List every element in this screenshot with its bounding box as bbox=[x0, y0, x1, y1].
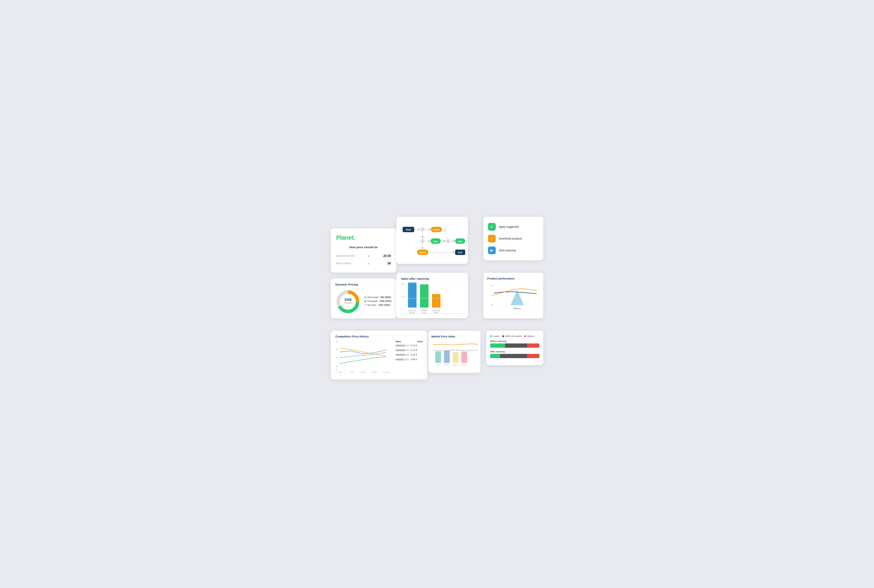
new-price-card: Planet. New price should be MINIMUM MARG… bbox=[331, 228, 396, 273]
donut-content: 3345 Products Decreased 562 (26%) Increa… bbox=[335, 289, 392, 314]
comp-row-3: 5.16 € bbox=[396, 354, 423, 356]
legend-decreased: Decreased 562 (26%) bbox=[364, 296, 391, 298]
competitors-card: Competitors Price History 40 30 20 10 0 bbox=[331, 331, 427, 380]
comp-bar-fill-2 bbox=[396, 349, 405, 351]
comp-row-2: 5.13 € bbox=[396, 349, 423, 352]
comp-table-header: Store Price bbox=[396, 340, 423, 343]
comp-bar-fill-3 bbox=[396, 354, 405, 356]
logo-text: Planet bbox=[336, 234, 354, 241]
comp-row-4: 4.69 € bbox=[396, 358, 423, 361]
dot-lowest bbox=[490, 335, 492, 337]
sales-card: Sales after repricing 4 % 2 % 0 Expected… bbox=[396, 273, 468, 318]
legend-increased: Increased 1542 (41%) bbox=[364, 300, 391, 303]
comp-bar-fill-1 bbox=[396, 345, 405, 346]
comp-price-2: 5.13 € bbox=[411, 349, 417, 352]
market-title: Market Price Index bbox=[432, 335, 477, 338]
legend-value-decreased: 562 (26%) bbox=[381, 296, 391, 298]
comp-bar-bg-2 bbox=[396, 349, 409, 351]
after-seg-lowest bbox=[490, 354, 500, 358]
svg-marker-16 bbox=[445, 238, 451, 244]
donut-title: Dynamic Pricing bbox=[335, 283, 392, 286]
action-reprice[interactable]: ▶ Start repricing bbox=[488, 244, 539, 256]
svg-text:Me: Me bbox=[437, 364, 439, 366]
donut-svg: 3345 Products bbox=[335, 289, 360, 314]
reprice-icon: ▶ bbox=[488, 246, 496, 254]
svg-rect-59 bbox=[435, 351, 441, 363]
svg-rect-62 bbox=[461, 352, 467, 363]
comp-bar-bg-1 bbox=[396, 345, 409, 346]
apply-icon: ✓ bbox=[488, 223, 496, 231]
repr-legend: Lowest Within the market Highest bbox=[490, 335, 540, 337]
before-seg-highest bbox=[527, 344, 540, 348]
action-download[interactable]: ↓ Download products bbox=[488, 233, 539, 244]
svg-marker-11 bbox=[420, 238, 425, 244]
after-label: After repricing bbox=[490, 350, 540, 353]
repricing-card: Lowest Within the market Highest Before … bbox=[486, 331, 543, 365]
svg-text:7 May: 7 May bbox=[349, 371, 354, 373]
svg-text:30: 30 bbox=[336, 348, 338, 350]
svg-text:20: 20 bbox=[336, 357, 338, 359]
label-highest: Highest bbox=[527, 335, 534, 337]
comp-body: 40 30 20 10 0 6 Ma bbox=[335, 340, 423, 375]
legend-dot-increased bbox=[364, 300, 366, 302]
svg-rect-60 bbox=[444, 350, 450, 363]
legend-value-notsync: 1241 (33%) bbox=[378, 304, 390, 306]
apply-label: Apply suggested bbox=[499, 225, 519, 228]
flow-card: Start option bbox=[396, 217, 468, 264]
comp-table: Store Price 5.10 € 5.13 € 5.16 € 4 bbox=[396, 340, 423, 375]
legend-label-increased: Increased bbox=[367, 300, 378, 303]
comp-row-1: 5.10 € bbox=[396, 344, 423, 347]
reprice-label: Start repricing bbox=[499, 249, 516, 252]
price-label-ending: PRICE ENDING bbox=[336, 262, 351, 265]
perf-title: Product performance bbox=[487, 277, 540, 280]
svg-text:Products: Products bbox=[344, 302, 352, 304]
download-label: Download products bbox=[499, 237, 522, 240]
comp-bar-bg-4 bbox=[396, 358, 409, 360]
svg-text:Store 1: Store 1 bbox=[444, 364, 450, 366]
svg-text:logic: logic bbox=[433, 240, 438, 242]
donut-wrap: 3345 Products bbox=[335, 289, 360, 314]
flow-svg: Start option bbox=[401, 221, 465, 260]
svg-text:End: End bbox=[458, 251, 463, 254]
logo-dot: . bbox=[354, 234, 355, 241]
dot-highest bbox=[524, 335, 526, 337]
dot-within bbox=[502, 335, 504, 337]
comp-header-price: Price bbox=[417, 340, 423, 343]
price-label-margin: MINIMUM MARGIN bbox=[336, 255, 354, 257]
price-card-title: New price should be bbox=[336, 246, 391, 249]
svg-text:0: 0 bbox=[336, 369, 337, 370]
before-label: Before repricing bbox=[490, 340, 540, 342]
price-unit-ending: € bbox=[368, 262, 370, 265]
price-value-ending: .90 bbox=[387, 262, 391, 265]
sales-title: Sales after repricing bbox=[401, 277, 463, 280]
price-row-margin: MINIMUM MARGIN % 20.00 bbox=[336, 252, 391, 260]
market-svg: Me Store 1 Store 2 Store 3 bbox=[432, 341, 478, 368]
svg-text:8 May: 8 May bbox=[360, 371, 365, 373]
after-seg-within bbox=[500, 354, 527, 358]
svg-text:Start: Start bbox=[406, 228, 411, 231]
svg-text:Store 3: Store 3 bbox=[461, 364, 467, 366]
legend-notsync: Not sync 1241 (33%) bbox=[364, 304, 391, 306]
comp-bar-bg-3 bbox=[396, 354, 409, 356]
legend-dot-decreased bbox=[364, 297, 366, 298]
svg-text:40: 40 bbox=[336, 341, 338, 343]
actions-card: ✓ Apply suggested ↓ Download products ▶ … bbox=[483, 217, 543, 260]
svg-text:50: 50 bbox=[491, 285, 493, 286]
comp-price-1: 5.10 € bbox=[411, 344, 417, 347]
gridlines-svg bbox=[401, 283, 463, 314]
svg-text:10 May: 10 May bbox=[383, 371, 389, 373]
action-apply[interactable]: ✓ Apply suggested bbox=[488, 221, 539, 233]
product-perf-card: Product performance 50 40 30 Reprice bbox=[483, 273, 543, 318]
svg-marker-3 bbox=[420, 227, 425, 232]
svg-point-31 bbox=[340, 294, 355, 309]
svg-text:3345: 3345 bbox=[344, 298, 352, 302]
legend-dot-notsync bbox=[364, 304, 366, 306]
svg-text:option: option bbox=[420, 251, 426, 254]
dashboard: Planet. New price should be MINIMUM MARG… bbox=[331, 217, 543, 371]
price-unit-margin: % bbox=[368, 255, 370, 258]
flow-diagram: Start option bbox=[401, 221, 464, 260]
before-bar bbox=[490, 344, 540, 348]
svg-text:option: option bbox=[433, 228, 440, 231]
svg-text:40: 40 bbox=[491, 294, 493, 296]
after-bar bbox=[490, 354, 540, 358]
